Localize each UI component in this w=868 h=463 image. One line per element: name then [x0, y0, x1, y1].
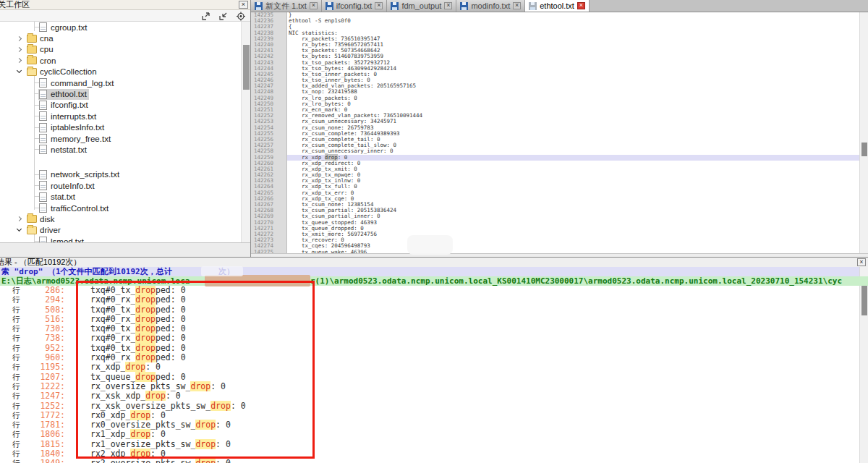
tree-item-cron[interactable]: cron: [0, 55, 241, 66]
tab-ifconfig.txt[interactable]: ifconfig.txt×: [322, 0, 388, 12]
result-line-number: 952:: [20, 344, 65, 353]
tab-close-icon[interactable]: ×: [513, 2, 521, 9]
result-row[interactable]: 行738:rxq#0_rx_dropped: 0: [0, 334, 859, 343]
tree-item-iptablesInfo.txt[interactable]: iptablesInfo.txt: [0, 122, 241, 133]
tree-item-driver[interactable]: driver: [0, 225, 241, 236]
expand-icon[interactable]: [201, 12, 211, 21]
tree-scrollbar-thumb[interactable]: [243, 45, 250, 90]
tree-item-stat.txt[interactable]: stat.txt: [0, 191, 241, 202]
tree-item-cyclicCollection[interactable]: cyclicCollection: [0, 67, 241, 77]
editor-text-area[interactable]: 142235}142236ethtool -S enp1s0f0142237{1…: [251, 12, 859, 253]
tree-item-netstat.txt[interactable]: netstat.txt: [0, 144, 241, 155]
result-line-number: 286:: [20, 286, 65, 295]
tab--1.txt[interactable]: 新文件 1.txt×: [251, 0, 322, 12]
tree-item-trafficControl.txt[interactable]: trafficControl.txt: [0, 203, 241, 213]
editor-tabbar: 新文件 1.txt×ifconfig.txt×fdm_output×modinf…: [251, 0, 868, 12]
match-highlight: drop: [135, 343, 156, 353]
chevron-right-icon[interactable]: [17, 36, 22, 41]
tab-modinfo.txt[interactable]: modinfo.txt×: [456, 0, 525, 12]
result-row[interactable]: 行1252:rx_xsk_oversize_pkts_sw_drop: 0: [0, 402, 859, 411]
result-row[interactable]: 行1247:rx_xsk_xdp_drop: 0: [0, 391, 859, 401]
row-label: 行: [12, 459, 20, 463]
result-row[interactable]: 行516:rxq#0_rx_dropped: 0: [0, 315, 859, 324]
results-scrollbar[interactable]: [859, 267, 868, 463]
workspace-close-icon[interactable]: ×: [239, 1, 248, 9]
line-text: }: [287, 12, 859, 18]
tree-item-cpu[interactable]: cpu: [0, 44, 241, 55]
editor-scrollbar-thumb[interactable]: [861, 143, 867, 156]
result-row[interactable]: 行1222:rx_oversize_pkts_sw_drop: 0: [0, 382, 859, 391]
match-highlight: drop: [135, 314, 156, 324]
row-label: 行: [12, 344, 20, 353]
result-row[interactable]: 行1781:rx0_oversize_pkts_sw_drop: 0: [0, 420, 859, 430]
save-file-icon: [255, 2, 263, 10]
editor-scrollbar[interactable]: [859, 12, 868, 253]
tree-item-ethtool.txt[interactable]: ethtool.txt: [0, 88, 241, 99]
result-row[interactable]: 行294:rxq#0_rx_dropped: 0: [0, 295, 859, 305]
tab-label: modinfo.txt: [471, 1, 510, 10]
result-row[interactable]: 行1772:rx0_xdp_drop: 0: [0, 411, 859, 420]
collapse-icon[interactable]: [218, 12, 229, 21]
result-match-text: rx0_xdp_drop: 0: [90, 411, 166, 420]
line-text: tx_queue_stopped: 46393: [287, 220, 859, 226]
tree-item-ifconfig.txt[interactable]: ifconfig.txt: [0, 100, 241, 111]
tree-item-network_scripts.txt[interactable]: network_scripts.txt: [0, 169, 241, 180]
tab-fdm_output[interactable]: fdm_output×: [387, 0, 456, 12]
tree-gap: [0, 156, 241, 169]
results-close-icon[interactable]: ×: [857, 258, 866, 266]
result-row[interactable]: 行286:txq#0_tx_dropped: 0: [0, 286, 859, 295]
match-highlight: drop: [190, 381, 210, 391]
chevron-down-icon[interactable]: [17, 226, 22, 232]
result-match-text: rx2_xdp_drop: 0: [90, 449, 166, 459]
tab-close-icon[interactable]: ×: [444, 2, 452, 9]
tree-item-memory_free.txt[interactable]: memory_free.txt: [0, 133, 241, 144]
line-text: tx_xmit_more: 569724756: [287, 232, 859, 237]
folder-icon: [27, 46, 37, 54]
tree-item-lsmod.txt[interactable]: lsmod.txt: [0, 236, 241, 242]
result-row[interactable]: 行1840:rx2_xdp_drop: 0: [0, 449, 859, 459]
result-row[interactable]: 行1806:rx1_xdp_drop: 0: [0, 430, 859, 439]
editor-line: 142237{: [251, 24, 859, 30]
tree-item-routeInfo.txt[interactable]: routeInfo.txt: [0, 180, 241, 191]
result-row[interactable]: 行1849:rx2_oversize_pkts_sw_drop: 0: [0, 459, 859, 463]
result-row[interactable]: 行1195:rx_xdp_drop: 0: [0, 362, 859, 372]
tree-item-disk[interactable]: disk: [0, 213, 241, 224]
chevron-down-icon[interactable]: [17, 68, 22, 73]
tree-item-interrupts.txt[interactable]: interrupts.txt: [0, 111, 241, 122]
result-file-path-line[interactable]: E:\日志\armod0523.odata.ncmp.unicom.loca r…: [0, 276, 868, 286]
result-row[interactable]: 行952:txq#0_tx_dropped: 0: [0, 344, 859, 353]
chevron-right-icon[interactable]: [17, 216, 22, 221]
line-text: rx_xdp_tx_err: 0: [287, 190, 859, 196]
editor-line: 142236ethtool -S enp1s0f0: [251, 18, 859, 24]
tree-item-cna[interactable]: cna: [0, 33, 241, 43]
tab-ethtool.txt[interactable]: ethtool.txt×: [525, 0, 590, 12]
tab-close-icon[interactable]: ×: [310, 2, 318, 9]
tree-horizontal-scrollbar[interactable]: [0, 242, 250, 257]
tab-close-icon[interactable]: ×: [577, 2, 585, 9]
result-row[interactable]: 行960:rxq#0_rx_dropped: 0: [0, 353, 859, 362]
result-match-text: txq#0_tx_dropped: 0: [90, 305, 186, 315]
tree-item-command_log.txt[interactable]: command_log.txt: [0, 77, 241, 88]
result-line-number: 516:: [20, 315, 65, 324]
result-row[interactable]: 行508:txq#0_tx_dropped: 0: [0, 305, 859, 315]
locate-icon[interactable]: [236, 12, 246, 21]
line-text: rx_xdp_tx_mpwqe: 0: [287, 172, 859, 178]
chevron-right-icon[interactable]: [17, 47, 22, 52]
save-file-icon: [326, 2, 333, 10]
result-match-text: rxq#0_rx_dropped: 0: [90, 295, 186, 305]
tree-item-cgroup.txt[interactable]: cgroup.txt: [0, 22, 241, 33]
result-line-number: 1207:: [20, 373, 65, 382]
result-row[interactable]: 行1815:rx1_oversize_pkts_sw_drop: 0: [0, 440, 859, 449]
chevron-right-icon[interactable]: [17, 58, 22, 63]
result-row[interactable]: 行1207:tx_queue_dropped: 0: [0, 373, 859, 382]
file-icon: [39, 145, 47, 154]
result-row[interactable]: 行730:txq#0_tx_dropped: 0: [0, 324, 859, 334]
tab-label: ifconfig.txt: [336, 1, 373, 10]
line-text: tx_cqes: 204596498793: [287, 243, 859, 249]
tree-scrollbar[interactable]: [241, 22, 250, 242]
row-label: 行: [12, 315, 20, 324]
result-match-text: rx1_oversize_pkts_sw_drop: 0: [90, 440, 231, 449]
match-highlight: drop: [195, 420, 216, 430]
result-match-text: rx_xdp_drop: 0: [90, 362, 161, 372]
tab-close-icon[interactable]: ×: [375, 2, 383, 9]
